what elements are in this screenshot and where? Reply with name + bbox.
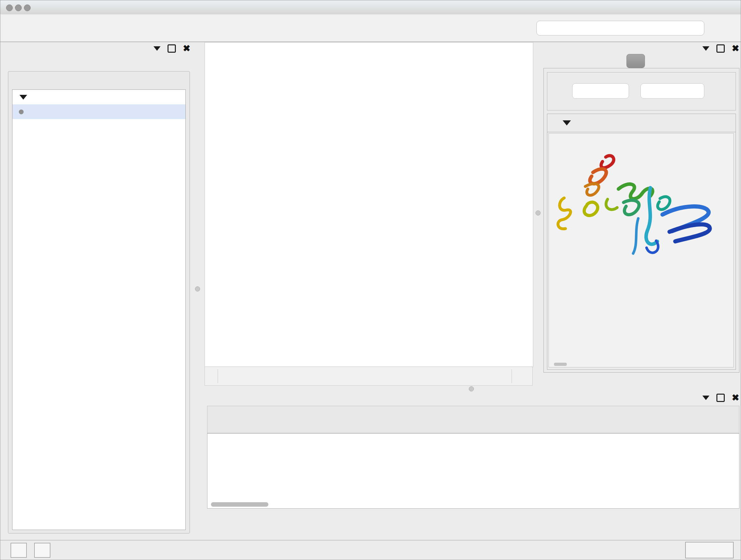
results-maximize-icon[interactable] <box>717 44 725 53</box>
panel-maximize-icon[interactable] <box>167 44 176 53</box>
main-toolbar <box>0 14 741 42</box>
results-float-icon[interactable] <box>702 46 710 51</box>
table-close-icon[interactable]: ✖ <box>732 395 739 401</box>
panel-float-icon[interactable] <box>153 46 160 51</box>
expand-all-button[interactable] <box>572 83 629 99</box>
bottom-splitter-handle[interactable] <box>469 386 474 391</box>
table-toolbar <box>207 406 739 433</box>
window-close-icon[interactable] <box>6 4 13 11</box>
table-maximize-icon[interactable] <box>717 394 725 402</box>
collapse-all-button[interactable] <box>641 83 704 99</box>
search-input[interactable] <box>536 21 704 36</box>
window-zoom-icon[interactable] <box>24 4 30 11</box>
memory-button[interactable] <box>685 542 734 558</box>
network-tab-panel <box>8 71 190 534</box>
expand-collapse-box <box>547 72 736 111</box>
gene-expander-icon[interactable] <box>562 120 571 125</box>
results-close-icon[interactable]: ✖ <box>732 45 739 52</box>
tab-string[interactable] <box>626 54 645 68</box>
network-collection-row[interactable] <box>12 90 185 105</box>
control-panel-controls: ✖ <box>153 44 190 53</box>
network-row[interactable] <box>12 105 185 119</box>
gene-details <box>549 133 734 368</box>
help-button[interactable] <box>713 20 730 37</box>
warnings-button[interactable] <box>34 543 51 558</box>
cytoscape-window: ✖ <box>0 0 741 560</box>
string-results-panel <box>543 68 739 373</box>
status-bar <box>0 540 741 560</box>
network-selection-bar <box>8 74 190 89</box>
network-tree <box>12 89 186 530</box>
node-table <box>207 433 739 509</box>
cloud-button[interactable] <box>10 543 27 558</box>
gene-hscroll-thumb[interactable] <box>554 363 567 366</box>
panel-close-icon[interactable]: ✖ <box>183 45 190 52</box>
protein-structure-image <box>555 151 727 263</box>
table-panel-controls: ✖ <box>702 394 739 402</box>
network-view-toolbar <box>205 367 533 386</box>
network-canvas[interactable] <box>205 42 533 367</box>
left-splitter-handle[interactable] <box>195 287 200 292</box>
gene-section <box>547 114 736 370</box>
memory-status-icon <box>703 546 712 554</box>
right-splitter-handle[interactable] <box>536 210 541 215</box>
table-hscroll-thumb[interactable] <box>211 502 268 507</box>
table-float-icon[interactable] <box>702 395 710 400</box>
results-panel-controls: ✖ <box>702 44 739 53</box>
window-minimize-icon[interactable] <box>15 4 22 11</box>
gene-section-header[interactable] <box>547 114 736 132</box>
collection-expander-icon[interactable] <box>19 95 27 100</box>
network-status-dot-icon <box>19 110 23 114</box>
title-bar <box>0 0 741 15</box>
